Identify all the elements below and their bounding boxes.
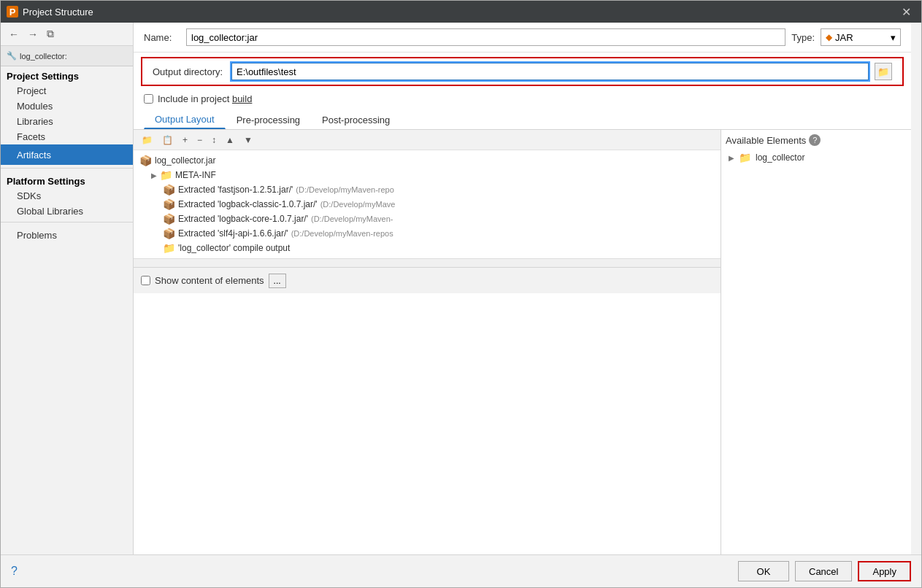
tree-down-btn[interactable]: ▼ — [240, 134, 256, 147]
sidebar-item-sdks[interactable]: SDKs — [1, 188, 133, 204]
output-dir-input[interactable] — [231, 63, 869, 80]
tree-item-meta-inf[interactable]: ▶ 📁 META-INF — [134, 168, 721, 182]
tab-pre-processing[interactable]: Pre-processing — [226, 111, 311, 128]
compile-output-label: 'log_collector' compile output — [178, 243, 290, 253]
meta-inf-folder-icon: 📁 — [160, 169, 172, 181]
logback-classic-path: (D:/Develop/myMave — [320, 200, 396, 209]
tree-toolbar: 📁 📋 + − ↕ ▲ ▼ — [134, 130, 721, 150]
tree-item-logback-core[interactable]: 📦 Extracted 'logback-core-1.0.7.jar/' (D… — [134, 212, 721, 226]
slf4j-path: (D:/Develop/myMaven-repos — [291, 229, 393, 238]
artifact-name-row: Name: Type: ◆ JAR ▾ — [134, 23, 911, 53]
sidebar-item-problems[interactable]: Problems — [1, 225, 133, 245]
tree-item-root[interactable]: 📦 log_collector.jar — [134, 153, 721, 168]
sidebar-item-libraries[interactable]: Libraries — [1, 114, 133, 129]
libraries-label: Libraries — [17, 116, 53, 127]
global-libraries-label: Global Libraries — [17, 206, 83, 217]
problems-label: Problems — [17, 230, 57, 241]
tree-item-logback-classic[interactable]: 📦 Extracted 'logback-classic-1.0.7.jar/'… — [134, 197, 721, 212]
available-help-icon[interactable]: ? — [809, 134, 821, 146]
more-button[interactable]: ... — [269, 274, 286, 288]
compile-output-icon: 📁 — [163, 242, 175, 254]
apply-button[interactable]: Apply — [858, 561, 911, 581]
dialog-footer: ? OK Cancel Apply — [1, 554, 921, 587]
tree-up-btn[interactable]: ▲ — [222, 134, 238, 147]
nav-copy-button[interactable]: ⧉ — [43, 26, 58, 42]
tab-post-processing[interactable]: Post-processing — [311, 111, 401, 128]
platform-settings-section: Platform Settings — [1, 171, 133, 188]
available-label-text: Available Elements — [726, 135, 806, 146]
logback-classic-icon: 📦 — [163, 198, 175, 210]
build-underline: build — [232, 93, 252, 104]
output-dir-row: Output directory: 📁 — [141, 57, 904, 86]
include-build-row: Include in project build — [134, 90, 911, 107]
avail-log-collector-label: log_collector — [756, 152, 804, 163]
ok-button[interactable]: OK — [738, 561, 789, 581]
sidebar-item-project[interactable]: Project — [1, 83, 133, 98]
name-label: Name: — [144, 32, 180, 43]
vertical-scrollbar[interactable] — [911, 23, 921, 554]
project-structure-dialog: P Project Structure ✕ ← → ⧉ 🔧 log_collec… — [0, 0, 922, 588]
include-build-label: Include in project build — [158, 93, 252, 104]
type-value: JAR — [835, 32, 853, 43]
tab-output-layout-label: Output Layout — [155, 114, 215, 125]
avail-item-log-collector[interactable]: ▶ 📁 log_collector — [726, 150, 907, 165]
title-bar-left: P Project Structure — [7, 6, 93, 18]
sidebar-item-modules[interactable]: Modules — [1, 98, 133, 114]
logback-core-icon: 📦 — [163, 213, 175, 225]
left-tree: 📁 📋 + − ↕ ▲ ▼ 📦 log_collector.jar — [134, 130, 721, 554]
type-label: Type: — [791, 32, 815, 43]
tab-output-layout[interactable]: Output Layout — [144, 110, 226, 129]
dialog-title: Project Structure — [23, 7, 93, 18]
main-area: 📁 📋 + − ↕ ▲ ▼ 📦 log_collector.jar — [134, 130, 911, 554]
tree-folder-btn[interactable]: 📁 — [138, 134, 156, 147]
artifact-name-input[interactable] — [186, 28, 785, 46]
tree-item-slf4j[interactable]: 📦 Extracted 'slf4j-api-1.6.6.jar/' (D:/D… — [134, 226, 721, 241]
app-icon: P — [7, 6, 18, 18]
logback-classic-label: Extracted 'logback-classic-1.0.7.jar/' — [178, 199, 318, 209]
nav-back-button[interactable]: ← — [5, 27, 23, 42]
facets-label: Facets — [17, 131, 45, 142]
sidebar-item-global-libraries[interactable]: Global Libraries — [1, 204, 133, 219]
fastjson-label: Extracted 'fastjson-1.2.51.jar/' — [178, 185, 293, 195]
avail-folder-icon: 📁 — [739, 152, 751, 163]
fastjson-icon: 📦 — [163, 184, 175, 196]
tab-post-processing-label: Post-processing — [322, 115, 390, 125]
nav-forward-button[interactable]: → — [24, 27, 42, 42]
output-dir-label: Output directory: — [153, 66, 226, 77]
chevron-down-icon: ▾ — [891, 32, 896, 43]
available-elements-panel: Available Elements ? ▶ 📁 log_collector — [721, 130, 911, 554]
project-label: Project — [17, 85, 46, 96]
tree-item-compile-output[interactable]: 📁 'log_collector' compile output — [134, 241, 721, 255]
project-tab-label: log_collector: — [20, 52, 67, 61]
logback-core-label: Extracted 'logback-core-1.0.7.jar/' — [178, 214, 308, 224]
tree-remove-btn[interactable]: − — [193, 134, 206, 147]
modules-label: Modules — [17, 101, 53, 112]
show-content-checkbox[interactable] — [141, 276, 150, 285]
main-content: ← → ⧉ 🔧 log_collector: Project Settings … — [1, 23, 921, 554]
tree-items: 📦 log_collector.jar ▶ 📁 META-INF 📦 — [134, 150, 721, 258]
sidebar-project-tab[interactable]: 🔧 log_collector: — [1, 46, 133, 66]
sidebar-item-facets[interactable]: Facets — [1, 129, 133, 144]
tree-sort-btn[interactable]: ↕ — [208, 134, 220, 147]
logback-core-path: (D:/Develop/myMaven- — [311, 214, 393, 223]
bottom-bar: Show content of elements ... — [134, 267, 721, 293]
tree-list-btn[interactable]: 📋 — [158, 134, 177, 147]
type-dropdown[interactable]: ◆ JAR ▾ — [821, 28, 901, 46]
close-button[interactable]: ✕ — [897, 4, 915, 20]
browse-folder-button[interactable]: 📁 — [875, 63, 892, 80]
fastjson-path: (D:/Develop/myMaven-repo — [296, 185, 394, 194]
tree-meta-inf-label: META-INF — [175, 170, 216, 180]
include-build-checkbox[interactable] — [144, 94, 153, 104]
tree-item-fastjson[interactable]: 📦 Extracted 'fastjson-1.2.51.jar/' (D:/D… — [134, 182, 721, 197]
cancel-button[interactable]: Cancel — [795, 561, 852, 581]
sidebar-item-artifacts[interactable]: Artifacts — [1, 144, 133, 165]
tree-add-btn[interactable]: + — [179, 134, 191, 147]
available-elements-label: Available Elements ? — [726, 134, 907, 146]
title-bar: P Project Structure ✕ — [1, 1, 921, 23]
right-panel: Name: Type: ◆ JAR ▾ Output directory: 📁 — [134, 23, 911, 554]
sidebar: ← → ⧉ 🔧 log_collector: Project Settings … — [1, 23, 134, 554]
slf4j-icon: 📦 — [163, 228, 175, 239]
horizontal-scrollbar[interactable] — [134, 258, 721, 267]
jar-icon: ◆ — [826, 32, 832, 42]
footer-help-icon[interactable]: ? — [11, 565, 18, 578]
